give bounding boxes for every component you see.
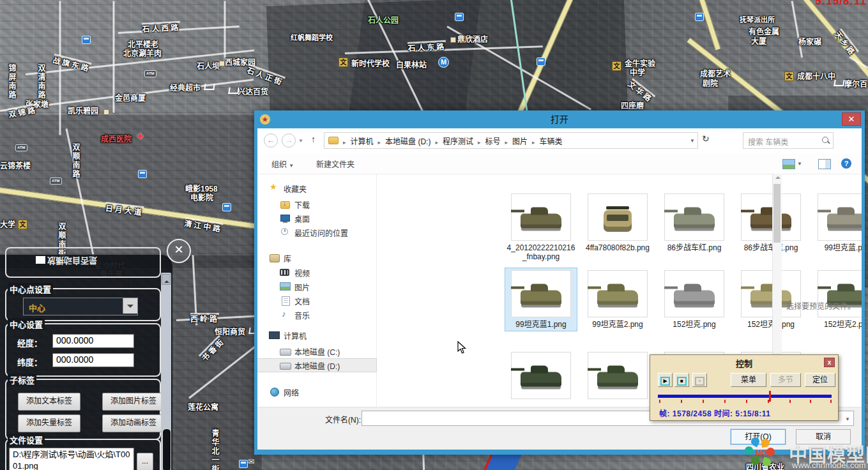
file-tile[interactable]: 4_20120222210216_fnbay.png xyxy=(505,192,577,263)
map-label: ATM xyxy=(50,178,62,185)
file-path-field[interactable]: D:\程序测试\标号\动画\火焰\T0001.png xyxy=(9,448,134,470)
longitude-field[interactable]: 000.0000 xyxy=(52,334,134,348)
nav-item[interactable]: 本地磁盘 (D:) xyxy=(257,359,376,372)
add-tag-button[interactable]: 添加动画标签 xyxy=(102,414,165,432)
search-input[interactable]: 搜索 车辆类 xyxy=(743,132,834,149)
nav-item-label: 视频 xyxy=(294,268,310,278)
scroll-up-icon[interactable] xyxy=(775,176,780,179)
nav-item[interactable]: 文档 xyxy=(280,294,310,307)
file-tile[interactable]: 86步战车蓝.png xyxy=(735,192,807,254)
dialog-close-button[interactable]: ✕ xyxy=(842,112,861,126)
breadcrumb-item[interactable]: 车辆类 xyxy=(528,135,563,146)
chevron-down-icon[interactable] xyxy=(123,298,137,314)
filename-chevron-icon[interactable]: ▼ xyxy=(845,416,850,422)
file-tile[interactable]: 152坦克.png xyxy=(659,268,730,331)
file-tile[interactable]: 86步战车红.png xyxy=(659,192,730,254)
breadcrumb-item[interactable]: 计算机 xyxy=(339,135,374,146)
nav-item[interactable]: 桌面 xyxy=(280,212,310,225)
control-close-button[interactable]: x xyxy=(824,358,835,367)
file-name: 99坦克蓝1.png xyxy=(505,320,577,329)
file-tile[interactable]: 99坦克蓝.png xyxy=(812,192,862,254)
panel-close-icon[interactable]: ✕ xyxy=(167,239,191,263)
breadcrumb-item[interactable]: 本地磁盘 (D:) xyxy=(374,135,431,146)
search-icon[interactable] xyxy=(822,137,828,143)
timeline-tick xyxy=(681,400,682,403)
preview-pane-icon[interactable] xyxy=(818,159,831,169)
refresh-icon[interactable]: ↻ xyxy=(702,133,710,144)
breadcrumb-item[interactable]: 图片 xyxy=(501,135,528,146)
menu-button[interactable]: 菜单 xyxy=(731,373,766,387)
forward-button[interactable]: → xyxy=(282,133,296,148)
address-chevron-icon[interactable]: ▼ xyxy=(690,138,695,144)
file-tile[interactable]: 152坦克1.png xyxy=(735,268,807,331)
nav-item[interactable]: 图片 xyxy=(280,280,310,293)
map-label xyxy=(450,37,456,43)
breadcrumb-item[interactable]: 标号 xyxy=(473,135,501,146)
up-button[interactable]: ↑ xyxy=(311,134,316,144)
breadcrumb[interactable]: 计算机本地磁盘 (D:)程序测试标号图片车辆类 ▼ xyxy=(324,132,698,149)
nav-item[interactable]: 库 xyxy=(269,252,291,264)
frame-time-status: 帧: 1578/2458 时间: 5:15/8:11 xyxy=(659,407,770,418)
longitude-label: 经度： xyxy=(17,337,42,349)
panel-scroll-thumb[interactable] xyxy=(162,428,171,470)
subtag-group: 添加文本标签添加图片标签添加失量标签添加动画标签 xyxy=(5,379,161,440)
file-name: 86步战车红.png xyxy=(659,243,730,252)
center-select-value: 中心 xyxy=(29,301,45,314)
file-tile[interactable]: 152坦克2.png xyxy=(812,268,862,331)
multi-node-button[interactable]: 多节 xyxy=(770,373,801,387)
file-thumbnail xyxy=(511,352,571,399)
map-label xyxy=(138,170,147,178)
nav-item[interactable]: 网络 xyxy=(269,386,299,398)
nav-item[interactable]: 收藏夹 xyxy=(269,182,307,195)
map-label: 石人西路 xyxy=(142,21,180,25)
nav-icon xyxy=(269,184,280,193)
map-label: 日月大道 xyxy=(106,202,144,208)
browse-button[interactable]: ... xyxy=(137,453,153,470)
file-tile[interactable] xyxy=(505,350,577,404)
back-button[interactable]: ← xyxy=(264,133,278,148)
add-tag-button[interactable]: 添加失量标签 xyxy=(18,414,80,432)
nav-item[interactable]: 本地磁盘 (C:) xyxy=(280,345,340,358)
help-icon[interactable]: ? xyxy=(841,158,851,169)
panel-scrollbar[interactable] xyxy=(161,273,171,470)
timeline-slider[interactable] xyxy=(658,395,832,398)
nav-item[interactable]: 计算机 xyxy=(269,329,307,342)
play-button[interactable]: ▶ xyxy=(658,373,673,387)
fast-forward-button[interactable]: » xyxy=(692,373,707,387)
list-scroll-thumb[interactable] xyxy=(773,184,780,243)
timeline-marker[interactable] xyxy=(769,391,771,402)
timeline-tick xyxy=(703,400,704,403)
map-label: 白果林站 xyxy=(396,59,427,70)
file-tile[interactable]: 99坦克蓝1.png xyxy=(505,268,577,331)
map-label: 云锦茶楼 xyxy=(0,160,31,171)
new-folder-button[interactable]: 新建文件夹 xyxy=(316,158,354,169)
history-chevron-icon[interactable]: ▼ xyxy=(298,138,303,144)
breadcrumb-item[interactable]: 程序测试 xyxy=(430,135,473,146)
nav-item[interactable]: 视频 xyxy=(280,266,310,279)
autoplay-checkbox[interactable] xyxy=(36,256,45,264)
scroll-up-icon[interactable] xyxy=(162,274,171,285)
control-window: 控制 x ▶ ■ » 菜单 多节 定位 帧: 1578/2458 时间: 5:1… xyxy=(650,354,839,421)
stop-button[interactable]: ■ xyxy=(674,373,689,387)
timeline-tick xyxy=(746,400,747,403)
nav-item[interactable]: 音乐 xyxy=(280,308,310,321)
file-tile[interactable]: 99坦克蓝2.png xyxy=(582,268,653,331)
nav-item[interactable]: 最近访问的位置 xyxy=(280,226,348,239)
map-label: 战旗东路 xyxy=(54,54,92,64)
add-tag-button[interactable]: 添加图片标签 xyxy=(102,393,165,411)
vehicle-image xyxy=(521,372,561,386)
add-tag-button[interactable]: 添加文本标签 xyxy=(18,393,80,411)
file-tile[interactable]: 4ffa78080f82b.png xyxy=(582,192,653,254)
center-select[interactable]: 中心 xyxy=(23,298,138,315)
latitude-field[interactable]: 000.0000 xyxy=(52,353,134,367)
latitude-label: 纬度： xyxy=(17,356,42,368)
locate-button[interactable]: 定位 xyxy=(805,373,835,387)
view-mode-icon[interactable] xyxy=(782,159,795,169)
map-label: 石人坝 xyxy=(197,60,220,71)
nav-item[interactable]: 下载 xyxy=(280,198,310,211)
organize-button[interactable]: 组织 ▼ xyxy=(271,158,294,169)
view-chevron-icon[interactable]: ▼ xyxy=(797,161,802,167)
file-tile[interactable] xyxy=(582,350,653,404)
timeline-tick xyxy=(789,400,791,403)
nav-item-label: 库 xyxy=(284,253,291,264)
